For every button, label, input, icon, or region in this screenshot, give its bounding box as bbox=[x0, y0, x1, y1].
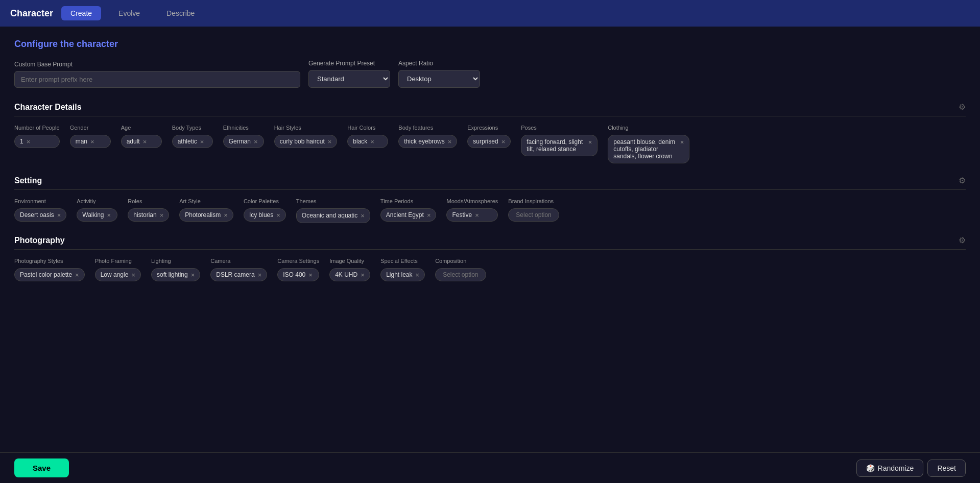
tab-describe[interactable]: Describe bbox=[157, 6, 204, 20]
custom-base-prompt-label: Custom Base Prompt bbox=[14, 61, 300, 68]
themes-tag: Oceanic and aquatic × bbox=[296, 208, 370, 223]
time-periods-remove[interactable]: × bbox=[427, 212, 431, 219]
art-style-tag: Photorealism × bbox=[179, 208, 233, 222]
expressions-value: surprised bbox=[473, 138, 498, 145]
lighting-tag: soft lighting × bbox=[151, 268, 200, 281]
character-details-header: Character Details ⚙ bbox=[14, 102, 966, 116]
app-title: Character bbox=[10, 8, 53, 19]
clothing-tag: peasant blouse, denim cutoffs, gladiator… bbox=[608, 135, 689, 163]
environment-value: Desert oasis bbox=[20, 211, 54, 219]
activity-value: Walking bbox=[82, 211, 104, 219]
photography-header: Photography ⚙ bbox=[14, 235, 966, 250]
brand-inspirations-group: Brand Inspirations Select option bbox=[508, 198, 559, 223]
composition-label: Composition bbox=[435, 258, 486, 264]
number-of-people-label: Number of People bbox=[14, 125, 60, 131]
themes-value: Oceanic and aquatic bbox=[302, 212, 357, 219]
moods-atmospheres-label: Moods/Atmospheres bbox=[446, 198, 498, 204]
hair-styles-group: Hair Styles curly bob haircut × bbox=[274, 125, 338, 163]
time-periods-value: Ancient Egypt bbox=[386, 211, 424, 219]
environment-remove[interactable]: × bbox=[57, 212, 61, 219]
tab-evolve[interactable]: Evolve bbox=[109, 6, 149, 20]
color-palettes-remove[interactable]: × bbox=[276, 212, 280, 219]
roles-remove[interactable]: × bbox=[160, 212, 164, 219]
save-button[interactable]: Save bbox=[14, 458, 69, 477]
camera-value: DSLR camera bbox=[216, 271, 254, 278]
image-quality-remove[interactable]: × bbox=[361, 272, 365, 278]
lighting-value: soft lighting bbox=[157, 271, 188, 278]
composition-select[interactable]: Select option bbox=[435, 268, 486, 281]
photography-title: Photography bbox=[14, 236, 65, 245]
themes-group: Themes Oceanic and aquatic × bbox=[296, 198, 370, 223]
age-tag: adult × bbox=[121, 135, 162, 148]
clothing-remove[interactable]: × bbox=[680, 138, 684, 146]
expressions-remove[interactable]: × bbox=[501, 138, 506, 145]
gender-remove[interactable]: × bbox=[90, 138, 94, 145]
lighting-remove[interactable]: × bbox=[191, 272, 195, 278]
tab-create[interactable]: Create bbox=[61, 6, 101, 20]
setting-settings-icon[interactable]: ⚙ bbox=[959, 176, 966, 185]
hair-colors-label: Hair Colors bbox=[347, 125, 388, 131]
ethnicities-remove[interactable]: × bbox=[254, 138, 258, 145]
activity-remove[interactable]: × bbox=[107, 212, 111, 219]
activity-group: Activitiy Walking × bbox=[77, 198, 117, 223]
number-of-people-remove[interactable]: × bbox=[27, 138, 31, 145]
color-palettes-label: Color Palettes bbox=[244, 198, 286, 204]
activity-label: Activitiy bbox=[77, 198, 117, 204]
aspect-ratio-label: Aspect Ratio bbox=[398, 60, 480, 67]
age-remove[interactable]: × bbox=[143, 138, 147, 145]
body-features-remove[interactable]: × bbox=[448, 138, 452, 145]
photography-styles-value: Pastel color palette bbox=[20, 271, 72, 278]
camera-settings-value: ISO 400 bbox=[283, 271, 305, 278]
hair-styles-label: Hair Styles bbox=[274, 125, 338, 131]
character-details-columns: Number of People 1 × Gender man × Age ad… bbox=[14, 125, 966, 163]
photography-styles-remove[interactable]: × bbox=[75, 272, 79, 278]
poses-remove[interactable]: × bbox=[588, 138, 592, 146]
environment-label: Environment bbox=[14, 198, 66, 204]
hair-styles-remove[interactable]: × bbox=[328, 138, 332, 145]
photo-framing-value: Low angle bbox=[101, 271, 129, 278]
character-details-settings-icon[interactable]: ⚙ bbox=[959, 102, 966, 112]
generate-prompt-preset-select[interactable]: Standard bbox=[308, 70, 390, 88]
camera-label: Camera bbox=[210, 258, 267, 264]
ethnicities-tag: German × bbox=[223, 135, 264, 148]
generate-prompt-preset-label: Generate Prompt Preset bbox=[308, 60, 390, 67]
body-types-tag: athletic × bbox=[172, 135, 213, 148]
aspect-ratio-select[interactable]: Desktop bbox=[398, 70, 480, 88]
special-effects-label: Special Effects bbox=[380, 258, 425, 264]
special-effects-remove[interactable]: × bbox=[416, 272, 420, 278]
generate-prompt-preset-col: Generate Prompt Preset Standard bbox=[308, 60, 390, 88]
environment-group: Environment Desert oasis × bbox=[14, 198, 66, 223]
photo-framing-remove[interactable]: × bbox=[131, 272, 135, 278]
body-types-remove[interactable]: × bbox=[200, 138, 204, 145]
environment-tag: Desert oasis × bbox=[14, 208, 66, 222]
camera-settings-remove[interactable]: × bbox=[308, 272, 313, 278]
brand-inspirations-select[interactable]: Select option bbox=[508, 208, 559, 222]
body-features-group: Body features thick eyebrows × bbox=[398, 125, 457, 163]
art-style-remove[interactable]: × bbox=[224, 212, 228, 219]
clothing-group: Clothing peasant blouse, denim cutoffs, … bbox=[608, 125, 689, 163]
photo-framing-label: Photo Framing bbox=[95, 258, 141, 264]
hair-colors-remove[interactable]: × bbox=[370, 138, 374, 145]
moods-atmospheres-remove[interactable]: × bbox=[475, 212, 479, 219]
themes-remove[interactable]: × bbox=[361, 212, 365, 220]
camera-remove[interactable]: × bbox=[258, 272, 262, 278]
reset-button[interactable]: Reset bbox=[927, 460, 966, 477]
setting-header: Setting ⚙ bbox=[14, 176, 966, 190]
gender-group: Gender man × bbox=[70, 125, 111, 163]
color-palettes-value: Icy blues bbox=[249, 211, 273, 219]
randomize-label: Randomize bbox=[878, 464, 914, 472]
photography-styles-label: Photography Styles bbox=[14, 258, 85, 264]
page-title: Configure the character bbox=[14, 39, 966, 50]
photography-settings-icon[interactable]: ⚙ bbox=[959, 235, 966, 245]
body-features-label: Body features bbox=[398, 125, 457, 131]
art-style-group: Art Style Photorealism × bbox=[179, 198, 233, 223]
custom-base-prompt-input[interactable] bbox=[14, 71, 300, 88]
color-palettes-group: Color Palettes Icy blues × bbox=[244, 198, 286, 223]
expressions-group: Expressions surprised × bbox=[467, 125, 511, 163]
body-types-value: athletic bbox=[178, 138, 197, 145]
special-effects-tag: Light leak × bbox=[380, 268, 425, 281]
color-palettes-tag: Icy blues × bbox=[244, 208, 286, 222]
moods-atmospheres-value: Festive bbox=[452, 211, 472, 219]
randomize-button[interactable]: 🎲 Randomize bbox=[856, 460, 924, 477]
number-of-people-tag: 1 × bbox=[14, 135, 60, 148]
